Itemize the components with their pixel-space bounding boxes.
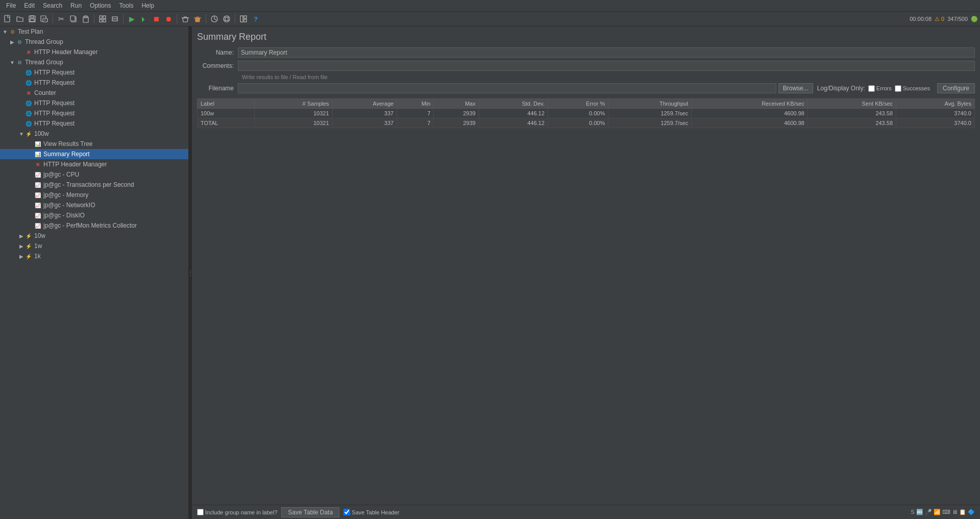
log-display-row: Log/Display Only: Errors Successes Confi… [817,83,975,93]
10w-label: 10w [34,232,45,239]
tree-item-thread-group-2[interactable]: ▼ ⚙ Thread Group [0,57,188,67]
comments-input[interactable] [238,61,975,71]
copy-button[interactable] [68,13,79,24]
shutdown-button[interactable]: ⏺ [163,13,174,24]
play-button[interactable]: ▶ [126,13,137,24]
menu-run[interactable]: Run [66,1,86,10]
menu-help[interactable]: Help [137,1,158,10]
errors-checkbox-label: Errors [868,85,892,92]
table-cell: 4600.98 [692,118,808,128]
expand-1w[interactable]: ▶ [18,243,24,249]
play-current-button[interactable]: ⏵ [138,13,150,24]
http-req-1-icon: 🌐 [24,68,33,77]
menu-edit[interactable]: Edit [20,1,39,10]
table-row: TOTAL1032133772939446.120.00%1259.7/sec4… [198,118,975,128]
template-button[interactable] [238,13,249,24]
expand-10w[interactable]: ▶ [18,233,24,239]
main-layout: ▼ ⚙ Test Plan ▶ ⚙ Thread Group ▶ ✖ HTTP … [0,27,980,519]
tree-item-100w[interactable]: ▼ ⚡ 100w [0,129,188,139]
counter-label: Counter [34,89,56,96]
tree-item-1w[interactable]: ▶ ⚡ 1w [0,241,188,251]
cut-button[interactable]: ✂ [56,13,67,24]
save-table-data-button[interactable]: Save Table Data [281,507,339,517]
tree-item-http-req-4[interactable]: ▶ 🌐 HTTP Request [0,108,188,118]
tree-item-jp-disk[interactable]: ▶ 📈 jp@gc - DiskIO [0,210,188,220]
svg-rect-19 [225,17,228,20]
jp-cpu-icon: 📈 [34,170,42,179]
filename-input[interactable] [238,83,776,93]
tree-item-counter[interactable]: ▶ ✖ Counter [0,88,188,98]
expand-thread-1[interactable]: ▶ [9,39,15,45]
include-group-checkbox[interactable] [197,509,204,515]
svg-rect-13 [100,19,102,22]
browse-button[interactable]: Browse... [778,83,813,93]
save-table-header-label: Save Table Header [344,509,399,515]
table-cell: 10321 [254,109,332,118]
tree-item-summary-report[interactable]: ▶ 📊 Summary Report [0,149,188,159]
jp-cpu-label: jp@gc - CPU [43,171,79,178]
tree-item-test-plan[interactable]: ▼ ⚙ Test Plan [0,27,188,37]
tree-item-jp-mem[interactable]: ▶ 📈 jp@gc - Memory [0,190,188,200]
col-sent-kb: Sent KB/sec [807,99,896,109]
menu-file[interactable]: File [2,1,20,10]
expand-button[interactable] [97,13,108,24]
tree-item-http-header-1[interactable]: ▶ ✖ HTTP Header Manager [0,47,188,57]
tree-item-http-header-2[interactable]: ▶ ✖ HTTP Header Manager [0,159,188,169]
tree-item-http-req-1[interactable]: ▶ 🌐 HTTP Request [0,67,188,78]
svg-rect-12 [103,16,106,18]
configure-button[interactable]: Configure [937,83,975,93]
open-button[interactable] [14,13,26,24]
successes-checkbox[interactable] [895,85,901,92]
tree-item-http-req-5[interactable]: ▶ 🌐 HTTP Request [0,118,188,129]
tree-item-http-req-2[interactable]: ▶ 🌐 HTTP Request [0,78,188,88]
remote-start-button[interactable] [209,13,220,24]
http-req-4-label: HTTP Request [34,110,75,117]
save-table-header-text: Save Table Header [352,509,399,515]
table-cell: 3740.0 [896,109,975,118]
help-button[interactable]: ? [250,13,261,24]
tree-item-http-req-3[interactable]: ▶ 🌐 HTTP Request [0,98,188,108]
tree-item-jp-trans[interactable]: ▶ 📈 jp@gc - Transactions per Second [0,180,188,190]
tree-item-10w[interactable]: ▶ ⚡ 10w [0,231,188,241]
expand-test-plan[interactable]: ▼ [2,29,8,35]
table-cell: 243.58 [807,109,896,118]
save-as-button[interactable]: + [39,13,50,24]
expand-thread-2[interactable]: ▼ [9,60,15,65]
menu-search[interactable]: Search [39,1,66,10]
http-req-5-label: HTTP Request [34,120,75,127]
jp-perf-label: jp@gc - PerfMon Metrics Collector [43,222,137,229]
tree-item-1k[interactable]: ▶ ⚡ 1k [0,251,188,261]
svg-rect-2 [31,16,34,18]
menu-options[interactable]: Options [86,1,115,10]
name-input[interactable] [238,47,975,58]
warning-icon: ⚠ 0 [935,16,944,22]
save-table-header-checkbox[interactable] [344,509,350,515]
tree-item-jp-perf[interactable]: ▶ 📈 jp@gc - PerfMon Metrics Collector [0,220,188,231]
stop-button[interactable]: ⏹ [151,13,162,24]
clear-button[interactable] [180,13,191,24]
tree-item-view-results-tree[interactable]: ▶ 📊 View Results Tree [0,139,188,149]
include-group-text: Include group name in label? [205,509,277,515]
paste-button[interactable] [80,13,91,24]
tree-item-thread-group-1[interactable]: ▶ ⚙ Thread Group [0,37,188,47]
100w-label: 100w [34,130,49,137]
menu-tools[interactable]: Tools [115,1,137,10]
clear-all-button[interactable] [192,13,203,24]
tree-item-jp-net[interactable]: ▶ 📈 jp@gc - NetworkIO [0,200,188,210]
errors-checkbox[interactable] [868,85,875,92]
jp-net-label: jp@gc - NetworkIO [43,202,95,209]
new-button[interactable] [2,13,13,24]
jp-mem-icon: 📈 [34,191,42,199]
save-button[interactable] [27,13,38,24]
col-error-pct: Error % [548,99,608,109]
table-cell: 2939 [434,109,479,118]
tree-item-jp-cpu[interactable]: ▶ 📈 jp@gc - CPU [0,169,188,180]
thread-group-1-label: Thread Group [25,38,63,45]
expand-1k[interactable]: ▶ [18,254,24,259]
expand-100w[interactable]: ▼ [18,131,24,137]
remote-stop-button[interactable] [221,13,232,24]
jp-disk-icon: 📈 [34,211,42,219]
counter-icon: ✖ [24,89,33,97]
status-bar-top: 00:00:08 ⚠ 0 347/500 🟢 [910,16,978,22]
collapse-button[interactable] [109,13,120,24]
